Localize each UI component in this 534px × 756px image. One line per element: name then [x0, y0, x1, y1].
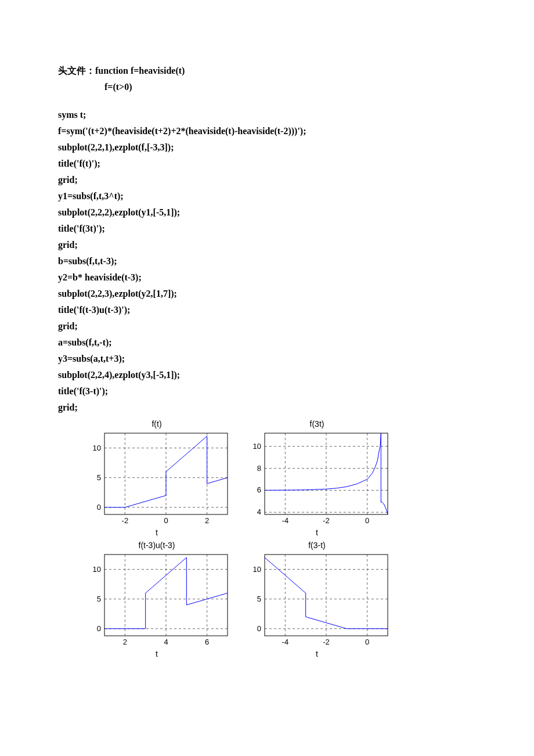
code-line: grid;	[58, 238, 476, 252]
svg-text:10: 10	[253, 565, 261, 574]
chart-svg: -4-2046810	[241, 430, 392, 527]
chart-svg: 2460510	[81, 551, 232, 649]
code-line: grid;	[58, 401, 476, 415]
code-line: title('f(t)');	[58, 157, 476, 171]
figure-container: f(t)-2020510tf(3t)-4-2046810tf(t-3)u(t-3…	[58, 419, 476, 658]
code-line: subplot(2,2,3),ezplot(y2,[1,7]);	[58, 287, 476, 301]
svg-text:0: 0	[97, 503, 101, 512]
code-block: syms t;f=sym('(t+2)*(heaviside(t+2)+2*(h…	[58, 108, 476, 415]
code-line: y2=b* heaviside(t-3);	[58, 271, 476, 285]
chart-xlabel: t	[241, 528, 392, 537]
header-line-2: f=(t>0)	[58, 80, 476, 94]
svg-text:4: 4	[257, 507, 261, 516]
subplot-grid: f(t)-2020510tf(3t)-4-2046810tf(t-3)u(t-3…	[81, 419, 476, 658]
chart-xlabel: t	[81, 649, 232, 658]
code-line: b=subs(f,t,t-3);	[58, 254, 476, 268]
svg-text:0: 0	[257, 624, 261, 633]
subplot: f(3t)-4-2046810t	[241, 419, 392, 537]
code-line: syms t;	[58, 108, 476, 122]
code-line: title('f(3t)');	[58, 222, 476, 236]
svg-text:6: 6	[205, 638, 209, 646]
svg-text:-2: -2	[323, 638, 330, 646]
svg-text:8: 8	[257, 464, 261, 473]
svg-text:-4: -4	[282, 516, 289, 525]
svg-text:0: 0	[365, 638, 369, 646]
svg-rect-27	[265, 433, 388, 514]
svg-text:2: 2	[123, 638, 127, 646]
code-line: subplot(2,2,4),ezplot(y3,[-5,1]);	[58, 368, 476, 382]
chart-xlabel: t	[81, 528, 232, 537]
code-line: f=sym('(t+2)*(heaviside(t+2)+2*(heavisid…	[58, 124, 476, 138]
svg-text:-2: -2	[122, 516, 129, 525]
code-line: title('f(3-t)');	[58, 384, 476, 398]
svg-text:6: 6	[257, 485, 261, 494]
svg-text:0: 0	[97, 624, 101, 633]
chart-title: f(t-3)u(t-3)	[81, 541, 232, 550]
chart-title: f(3t)	[241, 419, 392, 429]
subplot: f(t-3)u(t-3)2460510t	[81, 541, 232, 658]
header-line-1: 头文件：function f=heaviside(t)	[58, 64, 476, 78]
svg-text:-2: -2	[323, 516, 330, 525]
header-block: 头文件：function f=heaviside(t) f=(t>0)	[58, 64, 476, 94]
svg-rect-40	[104, 555, 228, 636]
svg-text:0: 0	[365, 516, 369, 525]
code-line: grid;	[58, 173, 476, 187]
chart-svg: -4-200510	[241, 551, 392, 649]
subplot: f(3-t)-4-200510t	[241, 541, 392, 658]
code-line: subplot(2,2,2),ezplot(y1,[-5,1]);	[58, 206, 476, 219]
chart-title: f(3-t)	[241, 541, 392, 550]
svg-text:10: 10	[93, 444, 101, 452]
subplot: f(t)-2020510t	[81, 419, 232, 537]
chart-xlabel: t	[241, 649, 392, 658]
page: 头文件：function f=heaviside(t) f=(t>0) syms…	[0, 0, 534, 693]
svg-text:2: 2	[205, 516, 209, 525]
svg-text:5: 5	[257, 595, 261, 603]
code-line: y3=subs(a,t,t+3);	[58, 352, 476, 366]
code-line: grid;	[58, 319, 476, 333]
code-line: title('f(t-3)u(t-3)');	[58, 303, 476, 317]
code-line: a=subs(f,t,-t);	[58, 336, 476, 350]
svg-text:5: 5	[97, 595, 101, 603]
svg-rect-53	[265, 555, 388, 636]
chart-svg: -2020510	[81, 430, 232, 527]
svg-text:-4: -4	[282, 638, 289, 646]
svg-text:5: 5	[97, 473, 101, 482]
code-line: y1=subs(f,t,3^t);	[58, 189, 476, 203]
chart-title: f(t)	[81, 419, 232, 429]
svg-text:10: 10	[93, 565, 101, 574]
svg-text:0: 0	[164, 516, 168, 525]
code-line: subplot(2,2,1),ezplot(f,[-3,3]);	[58, 141, 476, 154]
svg-text:10: 10	[253, 442, 261, 451]
svg-text:4: 4	[164, 638, 168, 646]
